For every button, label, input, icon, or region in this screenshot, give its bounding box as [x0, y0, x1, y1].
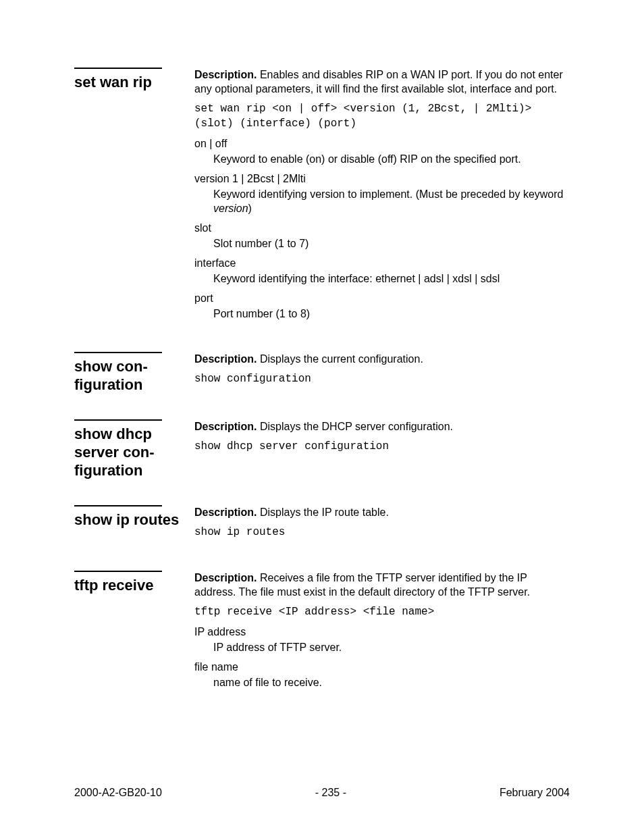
rule [74, 505, 162, 506]
param-def: Keyword identifying version to implement… [213, 187, 570, 215]
command-name: show con-figuration [74, 357, 189, 394]
param-term: port [194, 291, 570, 305]
command-left: show dhcp server con-figuration [74, 419, 194, 479]
param-term: file name [194, 660, 570, 674]
description-label: Description. [194, 506, 257, 518]
command-body: Description. Displays the current config… [194, 352, 570, 394]
syntax: show configuration [194, 371, 570, 386]
syntax: set wan rip <on | off> <version (1, 2Bcs… [194, 101, 570, 131]
rule [74, 68, 162, 69]
param-def: IP address of TFTP server. [213, 640, 570, 654]
param-term: IP address [194, 625, 570, 639]
command-left: set wan rip [74, 68, 194, 326]
description-label: Description. [194, 353, 257, 365]
description-label: Description. [194, 69, 257, 80]
param-term: slot [194, 221, 570, 235]
description-line: Description. Enables and disables RIP on… [194, 68, 570, 96]
rule [74, 352, 162, 353]
command-name: show ip routes [74, 511, 189, 529]
command-entry: tftp receive Description. Receives a fil… [74, 571, 570, 695]
syntax: tftp receive <IP address> <file name> [194, 604, 570, 619]
command-body: Description. Receives a file from the TF… [194, 571, 570, 695]
description-line: Description. Displays the DHCP server co… [194, 419, 570, 434]
command-name: set wan rip [74, 73, 189, 91]
command-entry: set wan rip Description. Enables and dis… [74, 68, 570, 326]
param-def: name of file to receive. [213, 675, 570, 689]
param-def: Keyword identifying the interface: ether… [213, 271, 570, 286]
description-text: Displays the IP route table. [260, 506, 389, 518]
description-text: Displays the current configuration. [260, 353, 423, 365]
command-body: Description. Enables and disables RIP on… [194, 68, 570, 326]
page-footer: 2000-A2-GB20-10 - 235 - February 2004 [74, 787, 570, 799]
footer-right: February 2004 [500, 787, 570, 799]
param-term: version 1 | 2Bcst | 2Mlti [194, 172, 570, 186]
command-entry: show con-figuration Description. Display… [74, 352, 570, 394]
command-body: Description. Displays the IP route table… [194, 505, 570, 545]
rule [74, 571, 162, 572]
footer-left: 2000-A2-GB20-10 [74, 787, 162, 799]
param-def: Slot number (1 to 7) [213, 236, 570, 251]
command-left: show ip routes [74, 505, 194, 545]
command-body: Description. Displays the DHCP server co… [194, 419, 570, 479]
param-def: Port number (1 to 8) [213, 307, 570, 321]
command-name: show dhcp server con-figuration [74, 425, 189, 479]
description-line: Description. Receives a file from the TF… [194, 571, 570, 599]
command-left: show con-figuration [74, 352, 194, 394]
description-line: Description. Displays the IP route table… [194, 505, 570, 519]
description-text: Displays the DHCP server configuration. [260, 421, 453, 432]
param-term: on | off [194, 136, 570, 151]
syntax: show dhcp server configuration [194, 439, 570, 454]
description-line: Description. Displays the current config… [194, 352, 570, 366]
command-name: tftp receive [74, 576, 189, 594]
footer-center: - 235 - [315, 787, 346, 799]
command-entry: show dhcp server con-figuration Descript… [74, 419, 570, 479]
description-label: Description. [194, 572, 257, 583]
description-label: Description. [194, 421, 257, 432]
param-def: Keyword to enable (on) or disable (off) … [213, 152, 570, 166]
rule [74, 419, 162, 421]
command-entry: show ip routes Description. Displays the… [74, 505, 570, 545]
param-term: interface [194, 256, 570, 270]
syntax: show ip routes [194, 525, 570, 540]
command-left: tftp receive [74, 571, 194, 695]
